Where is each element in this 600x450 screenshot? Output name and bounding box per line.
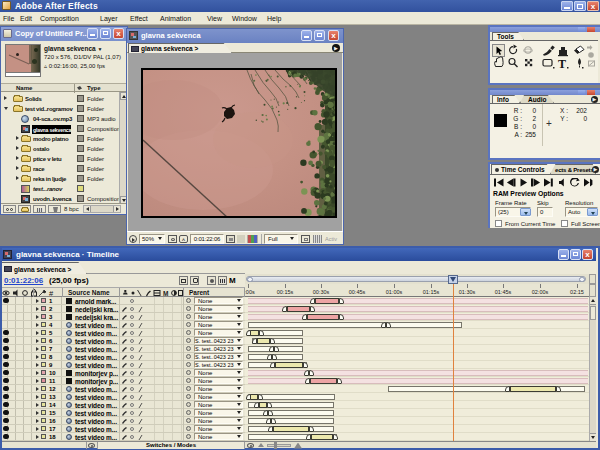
svg-text:T: T: [558, 57, 566, 71]
svg-text:M: M: [163, 290, 168, 297]
svg-text:#: #: [49, 289, 54, 297]
